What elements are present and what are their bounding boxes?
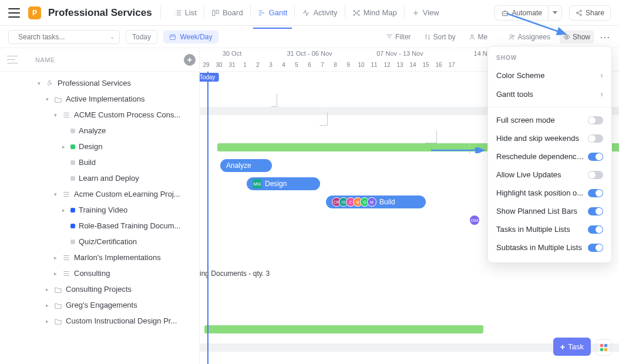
tree-item-label: Greg's Engagements: [66, 301, 137, 309]
day-label: 10: [355, 62, 368, 68]
sortby-button[interactable]: Sort by: [420, 31, 459, 43]
toggle-switch[interactable]: [588, 244, 603, 252]
more-options[interactable]: ⋯: [600, 31, 611, 43]
toggle-switch[interactable]: [588, 116, 603, 124]
weekday-toggle[interactable]: Week/Day: [163, 31, 218, 43]
folder: [54, 301, 62, 309]
eye-icon: [563, 33, 570, 41]
toggle-switch[interactable]: [588, 134, 603, 143]
tree-item[interactable]: Learn and Deploy: [0, 170, 199, 186]
view-tab-list[interactable]: List: [169, 5, 201, 21]
assignees-filter[interactable]: Assignees: [505, 31, 554, 43]
toggle-switch[interactable]: [588, 153, 603, 161]
svg-point-13: [14, 36, 14, 37]
chevron-right-icon: ›: [600, 70, 603, 80]
day-label: 4: [277, 62, 290, 68]
toggle-switch[interactable]: [588, 225, 603, 234]
chevron-icon: ▸: [62, 207, 67, 213]
tree-item[interactable]: ▸Consulting: [0, 265, 199, 281]
milestone[interactable]: GM: [470, 215, 479, 225]
show-toggle-tasks-in-multiple-lists[interactable]: Tasks in Multiple Lists: [488, 220, 611, 238]
new-task-button[interactable]: + Task: [553, 338, 591, 356]
chevron-down-icon[interactable]: ⌄: [110, 33, 115, 40]
view-tab-mind-map[interactable]: Mind Map: [348, 5, 402, 21]
automate-dropdown[interactable]: [548, 5, 562, 21]
day-label: 29: [200, 62, 213, 68]
divider: [160, 6, 161, 19]
show-toggle-hide-and-skip-weekends[interactable]: Hide and skip weekends: [488, 129, 611, 147]
tree-item[interactable]: ▾ACME Custom Process Cons...: [0, 107, 199, 123]
day-label: 17: [445, 62, 458, 68]
tree-item[interactable]: ▸Design: [0, 139, 199, 154]
show-menu-item-gantt-tools[interactable]: Gantt tools›: [488, 85, 611, 103]
toggle-label: Hide and skip weekends: [496, 134, 579, 143]
apps-grid-icon: [600, 344, 607, 351]
show-label: Show: [573, 33, 590, 41]
tree-item[interactable]: Analyze: [0, 123, 199, 139]
view-tab-view[interactable]: View: [407, 5, 444, 21]
show-button[interactable]: Show: [560, 31, 594, 43]
tree-item[interactable]: Role-Based Training Docum...: [0, 218, 199, 234]
day-label: 3: [264, 62, 277, 68]
svg-point-12: [580, 14, 581, 16]
folder: [54, 285, 62, 294]
automate-button-group[interactable]: Automate: [494, 5, 562, 21]
person-icon: [469, 33, 476, 41]
search-input[interactable]: [18, 33, 106, 41]
task-bar[interactable]: Analyze: [220, 159, 272, 172]
show-menu-item-color-scheme[interactable]: Color Scheme›: [488, 66, 611, 85]
tree-item[interactable]: ▸Custom Instructional Design Pr...: [0, 313, 199, 329]
tree-item[interactable]: ▸Marlon's Implementations: [0, 250, 199, 265]
collapse-icon[interactable]: [7, 55, 18, 65]
today-button[interactable]: Today: [126, 30, 157, 44]
tree-item[interactable]: ▸Consulting Projects: [0, 281, 199, 297]
tree-item[interactable]: ▾Active Implementations: [0, 91, 199, 107]
tree-item[interactable]: ▾Professional Services: [0, 75, 199, 91]
show-toggle-show-planned-list-bars[interactable]: Show Planned List Bars: [488, 202, 611, 220]
menu-separator: [488, 107, 611, 107]
day-label: 1: [238, 62, 251, 68]
day-label: 15: [419, 62, 432, 68]
tree-item-label: Build: [79, 158, 96, 167]
show-toggle-reschedule-dependenci-[interactable]: Reschedule dependenci...: [488, 147, 611, 166]
me-filter[interactable]: Me: [465, 31, 492, 43]
tree-item[interactable]: Build: [0, 154, 199, 170]
automate-button[interactable]: Automate: [494, 5, 548, 21]
show-toggle-highlight-task-position-[interactable]: Highlight task position o...: [488, 184, 611, 202]
summary-bar[interactable]: [204, 325, 483, 333]
share-button[interactable]: Share: [569, 5, 611, 21]
chevron-icon: ▸: [46, 287, 51, 292]
view-tab-gantt[interactable]: Gantt: [253, 5, 292, 21]
day-label: 12: [381, 62, 393, 68]
task-bar[interactable]: CRISCBGMBuild: [326, 196, 426, 208]
share-icon: [576, 9, 583, 16]
toggle-switch[interactable]: [588, 171, 603, 179]
show-toggle-full-screen-mode[interactable]: Full screen mode: [488, 111, 611, 129]
svg-point-2: [355, 12, 358, 14]
view-tab-activity[interactable]: Activity: [297, 5, 342, 21]
add-button[interactable]: +: [184, 54, 196, 66]
tree-item[interactable]: ▸Training Video: [0, 202, 199, 218]
folder: [54, 95, 62, 103]
tree-item[interactable]: Quiz/Certification: [0, 234, 199, 250]
show-toggle-subtasks-in-multiple-lis[interactable]: Subtasks in Multiple Lists: [488, 238, 611, 257]
menu-icon[interactable]: [8, 8, 20, 18]
task-text[interactable]: ing Documents - qty. 3: [200, 269, 270, 278]
status-dot: [70, 224, 75, 228]
tree-item-label: Consulting: [74, 269, 110, 278]
search-input-wrap[interactable]: ⌄: [8, 30, 120, 44]
people-icon: [509, 33, 516, 41]
task-bar[interactable]: MGDesign: [247, 177, 320, 190]
day-label: 11: [368, 62, 381, 68]
toggle-switch[interactable]: [588, 207, 603, 215]
filter-button[interactable]: Filter: [382, 31, 415, 43]
status-dot: [70, 160, 75, 165]
toggle-switch[interactable]: [588, 189, 603, 197]
tree-item[interactable]: ▾Acme Custom eLearning Proj...: [0, 186, 199, 202]
show-toggle-allow-live-updates[interactable]: Allow Live Updates: [488, 166, 611, 184]
filter-icon: [386, 33, 393, 41]
chevron-icon: ▸: [54, 255, 59, 261]
view-tab-board[interactable]: Board: [207, 5, 248, 21]
tree-item[interactable]: ▸Greg's Engagements: [0, 297, 199, 313]
apps-button[interactable]: [596, 339, 612, 356]
